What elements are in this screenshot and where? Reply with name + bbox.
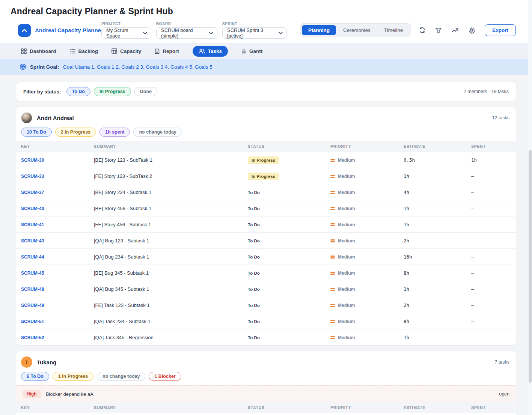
filter-icon[interactable]	[433, 25, 444, 36]
task-key-link[interactable]: SCRUM-44	[21, 254, 44, 260]
col-priority: PRIORITY	[330, 402, 404, 413]
tasks-people-icon	[199, 48, 205, 54]
nav-item-capacity[interactable]: Capacity	[112, 48, 141, 54]
badge-in-progress[interactable]: In Progress	[94, 87, 131, 96]
priority-medium-icon	[330, 304, 335, 307]
member-name: Tukang	[37, 359, 56, 365]
export-button[interactable]: Export	[485, 24, 516, 36]
board-select[interactable]: SCRUM board (simple)	[156, 27, 217, 39]
priority-medium-icon	[330, 320, 335, 323]
scrollbar[interactable]	[528, 0, 532, 415]
task-row[interactable]: SCRUM-37[BE] Story 234 - Subtask 1To DoM…	[16, 184, 516, 200]
tab-timeline[interactable]: Timeline	[378, 25, 410, 35]
refresh-icon[interactable]	[416, 25, 428, 36]
task-summary: [BE] Bug 345 - Subtask 1	[94, 265, 248, 281]
nav-item-dashboard[interactable]: Dashboard	[21, 48, 56, 54]
nav-label: Report	[163, 48, 179, 54]
badge-to-do[interactable]: To Do	[66, 87, 90, 96]
task-key-link[interactable]: SCRUM-45	[21, 271, 44, 276]
task-table: KEY SUMMARY STATUS PRIORITY ESTIMATE SPE…	[16, 141, 516, 345]
status-badge: In Progress	[248, 156, 279, 164]
task-estimate: 2h	[404, 297, 471, 313]
task-row[interactable]: SCRUM-51[QA] Task 234 - Subtask 1To DoMe…	[16, 313, 516, 329]
status-text: To Do	[248, 190, 260, 195]
member-card-tukang: T Tukang 7 tasks 6 To Do1 In Progressno …	[16, 351, 516, 415]
nav-label: Tasks	[208, 48, 222, 54]
scrollbar-thumb[interactable]	[529, 150, 532, 383]
chevron-down-icon	[279, 32, 283, 35]
task-estimate: 1h	[404, 329, 471, 346]
task-summary: [QA] Bug 123 - Subtask 1	[94, 233, 248, 249]
status-text: To Do	[248, 223, 260, 227]
task-row[interactable]: SCRUM-30[BE] Story 123 - SubTask 1In Pro…	[16, 152, 516, 168]
task-row[interactable]: SCRUM-33[FE] Story 123 - SubTask 2In Pro…	[16, 168, 516, 184]
status-badge: In Progress	[248, 173, 279, 180]
status-text: To Do	[248, 255, 260, 259]
task-row[interactable]: SCRUM-34[FE] Story 123 - SubTask 3In Pro…	[16, 413, 516, 415]
priority-label: Medium	[338, 254, 355, 260]
task-row[interactable]: SCRUM-44[QA] Bug 234 - Subtask 1To DoMed…	[16, 249, 516, 265]
priority-label: Medium	[338, 206, 355, 211]
task-estimate: 8h	[404, 265, 471, 281]
trend-icon[interactable]	[449, 25, 461, 36]
task-spent: –	[471, 217, 516, 233]
task-table-body: SCRUM-34[FE] Story 123 - SubTask 3In Pro…	[16, 413, 516, 415]
task-row[interactable]: SCRUM-48[QA] Bug 345 - Subtask 1To DoMed…	[16, 281, 516, 297]
task-row[interactable]: SCRUM-41[FE] Story 456 - Subtask 1To DoM…	[16, 217, 516, 233]
tab-ceremonies[interactable]: Ceremonies	[337, 25, 377, 35]
sprint-select[interactable]: SCRUM Sprint 3 [active]	[222, 27, 287, 39]
task-spent: –	[471, 265, 516, 281]
task-spent: 1h	[471, 152, 516, 168]
task-row[interactable]: SCRUM-40[BE] Story 456 - Subtask 1To DoM…	[16, 200, 516, 217]
board-label: BOARD	[156, 22, 217, 26]
task-key-link[interactable]: SCRUM-51	[21, 319, 44, 324]
page-title: Andreal Capacity Planner & Sprint Hub	[0, 0, 532, 17]
nav-item-gantt[interactable]: Gantt	[241, 48, 262, 54]
status-text: To Do	[248, 335, 260, 340]
task-summary: [BE] Story 123 - SubTask 1	[94, 152, 248, 168]
task-row[interactable]: SCRUM-52[QA] Task 345 - RegressionTo DoM…	[16, 329, 516, 346]
task-row[interactable]: SCRUM-43[QA] Bug 123 - Subtask 1To DoMed…	[16, 233, 516, 249]
task-summary: [FE] Task 123 - Subtask 1	[94, 297, 248, 313]
project-select-value: My Scrum Space	[106, 27, 140, 39]
col-summary: SUMMARY	[94, 402, 248, 413]
task-key-link[interactable]: SCRUM-41	[21, 222, 44, 227]
task-summary: [QA] Task 345 - Regression	[94, 329, 248, 346]
task-key-link[interactable]: SCRUM-40	[21, 206, 44, 211]
task-key-link[interactable]: SCRUM-49	[21, 303, 44, 308]
task-key-link[interactable]: SCRUM-43	[21, 238, 44, 244]
sprint-select-value: SCRUM Sprint 3 [active]	[227, 27, 276, 39]
member-header: Andri Andreal 12 tasks	[16, 107, 516, 127]
priority-medium-icon	[330, 159, 335, 162]
task-key-link[interactable]: SCRUM-33	[21, 174, 44, 179]
badge-done[interactable]: Done	[134, 87, 157, 96]
priority-label: Medium	[338, 174, 355, 179]
task-key-link[interactable]: SCRUM-30	[21, 158, 44, 163]
task-estimate: 2h	[404, 413, 471, 415]
task-key-link[interactable]: SCRUM-37	[21, 190, 44, 195]
app-brand[interactable]: Andreal Capacity Planne...	[18, 24, 101, 37]
task-summary: [FE] Story 123 - SubTask 2	[94, 168, 248, 184]
nav-item-report[interactable]: Report	[155, 48, 179, 54]
gear-icon[interactable]	[466, 25, 477, 36]
task-key-link[interactable]: SCRUM-48	[21, 287, 44, 292]
task-row[interactable]: SCRUM-49[FE] Task 123 - Subtask 1To DoMe…	[16, 297, 516, 313]
col-priority: PRIORITY	[330, 141, 404, 152]
view-switcher: Planning Ceremonies Timeline	[300, 23, 411, 37]
task-summary: [FE] Story 123 - SubTask 3	[94, 413, 248, 415]
task-spent: –	[471, 329, 516, 346]
project-select[interactable]: My Scrum Space	[101, 27, 151, 39]
nav-item-backlog[interactable]: Backlog	[70, 48, 98, 54]
toolbar-right-cluster: Planning Ceremonies Timeline	[300, 23, 516, 37]
task-key-link[interactable]: SCRUM-52	[21, 335, 44, 340]
blocker-row: High Blocker depend ke aA open	[16, 385, 516, 402]
task-estimate: 1h	[404, 200, 471, 217]
task-row[interactable]: SCRUM-45[BE] Bug 345 - Subtask 1To DoMed…	[16, 265, 516, 281]
col-status: STATUS	[248, 141, 330, 152]
col-spent: SPENT	[471, 141, 516, 152]
blocker-status: open	[499, 391, 509, 397]
table-header-row: KEY SUMMARY STATUS PRIORITY ESTIMATE SPE…	[16, 141, 516, 152]
tab-planning[interactable]: Planning	[302, 25, 336, 35]
nav-item-tasks[interactable]: Tasks	[193, 46, 228, 57]
col-spent: SPENT	[471, 402, 516, 413]
